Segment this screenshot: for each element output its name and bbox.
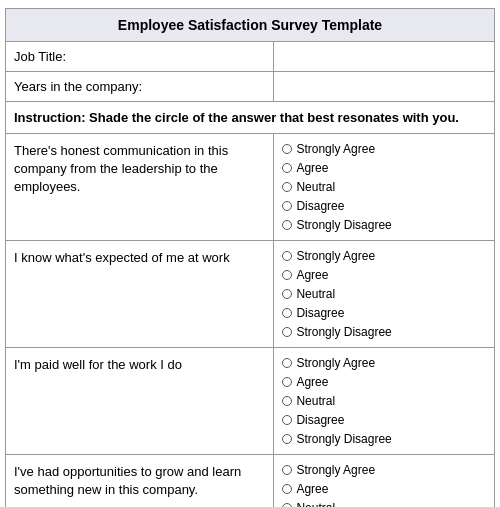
- option-item-0-1[interactable]: Agree: [282, 159, 486, 177]
- radio-circle-2-3[interactable]: [282, 415, 292, 425]
- question-text-0: There's honest communication in this com…: [6, 134, 274, 240]
- answer-options-2: Strongly AgreeAgreeNeutralDisagreeStrong…: [274, 348, 494, 454]
- option-item-0-2[interactable]: Neutral: [282, 178, 486, 196]
- radio-circle-1-2[interactable]: [282, 289, 292, 299]
- option-label-2-0: Strongly Agree: [296, 354, 375, 372]
- radio-circle-3-0[interactable]: [282, 465, 292, 475]
- option-label-0-3: Disagree: [296, 197, 344, 215]
- question-row-3: I've had opportunities to grow and learn…: [6, 455, 494, 507]
- option-item-3-1[interactable]: Agree: [282, 480, 486, 498]
- question-row-1: I know what's expected of me at workStro…: [6, 241, 494, 348]
- option-item-0-0[interactable]: Strongly Agree: [282, 140, 486, 158]
- survey-form: Employee Satisfaction Survey Template Jo…: [5, 8, 495, 507]
- job-title-value[interactable]: [274, 42, 494, 71]
- question-row-2: I'm paid well for the work I doStrongly …: [6, 348, 494, 455]
- answer-options-0: Strongly AgreeAgreeNeutralDisagreeStrong…: [274, 134, 494, 240]
- option-item-2-0[interactable]: Strongly Agree: [282, 354, 486, 372]
- radio-circle-3-2[interactable]: [282, 503, 292, 507]
- option-item-0-3[interactable]: Disagree: [282, 197, 486, 215]
- radio-circle-0-4[interactable]: [282, 220, 292, 230]
- years-row: Years in the company:: [6, 72, 494, 102]
- years-label: Years in the company:: [6, 72, 274, 101]
- option-label-1-2: Neutral: [296, 285, 335, 303]
- radio-circle-2-1[interactable]: [282, 377, 292, 387]
- option-item-2-2[interactable]: Neutral: [282, 392, 486, 410]
- instruction-text: Instruction: Shade the circle of the ans…: [6, 102, 494, 134]
- option-item-0-4[interactable]: Strongly Disagree: [282, 216, 486, 234]
- option-item-2-3[interactable]: Disagree: [282, 411, 486, 429]
- option-label-1-0: Strongly Agree: [296, 247, 375, 265]
- radio-circle-2-2[interactable]: [282, 396, 292, 406]
- radio-circle-0-2[interactable]: [282, 182, 292, 192]
- option-item-1-0[interactable]: Strongly Agree: [282, 247, 486, 265]
- option-item-2-4[interactable]: Strongly Disagree: [282, 430, 486, 448]
- years-value[interactable]: [274, 72, 494, 101]
- job-title-row: Job Title:: [6, 42, 494, 72]
- radio-circle-1-0[interactable]: [282, 251, 292, 261]
- radio-circle-2-4[interactable]: [282, 434, 292, 444]
- option-label-0-2: Neutral: [296, 178, 335, 196]
- questions-container: There's honest communication in this com…: [6, 134, 494, 507]
- answer-options-3: Strongly AgreeAgreeNeutralDisagreeStrong…: [274, 455, 494, 507]
- question-row-0: There's honest communication in this com…: [6, 134, 494, 241]
- option-label-2-2: Neutral: [296, 392, 335, 410]
- survey-title: Employee Satisfaction Survey Template: [6, 9, 494, 42]
- option-item-1-2[interactable]: Neutral: [282, 285, 486, 303]
- question-text-3: I've had opportunities to grow and learn…: [6, 455, 274, 507]
- radio-circle-2-0[interactable]: [282, 358, 292, 368]
- radio-circle-3-1[interactable]: [282, 484, 292, 494]
- option-label-2-3: Disagree: [296, 411, 344, 429]
- option-item-2-1[interactable]: Agree: [282, 373, 486, 391]
- radio-circle-1-3[interactable]: [282, 308, 292, 318]
- option-label-1-1: Agree: [296, 266, 328, 284]
- option-item-1-3[interactable]: Disagree: [282, 304, 486, 322]
- radio-circle-1-4[interactable]: [282, 327, 292, 337]
- answer-options-1: Strongly AgreeAgreeNeutralDisagreeStrong…: [274, 241, 494, 347]
- option-label-0-0: Strongly Agree: [296, 140, 375, 158]
- option-label-2-1: Agree: [296, 373, 328, 391]
- option-label-3-1: Agree: [296, 480, 328, 498]
- radio-circle-1-1[interactable]: [282, 270, 292, 280]
- option-item-3-0[interactable]: Strongly Agree: [282, 461, 486, 479]
- option-item-3-2[interactable]: Neutral: [282, 499, 486, 507]
- option-label-0-1: Agree: [296, 159, 328, 177]
- job-title-label: Job Title:: [6, 42, 274, 71]
- radio-circle-0-0[interactable]: [282, 144, 292, 154]
- option-label-0-4: Strongly Disagree: [296, 216, 391, 234]
- question-text-2: I'm paid well for the work I do: [6, 348, 274, 454]
- radio-circle-0-1[interactable]: [282, 163, 292, 173]
- question-text-1: I know what's expected of me at work: [6, 241, 274, 347]
- option-label-2-4: Strongly Disagree: [296, 430, 391, 448]
- option-item-1-4[interactable]: Strongly Disagree: [282, 323, 486, 341]
- option-label-3-2: Neutral: [296, 499, 335, 507]
- option-item-1-1[interactable]: Agree: [282, 266, 486, 284]
- option-label-1-3: Disagree: [296, 304, 344, 322]
- option-label-3-0: Strongly Agree: [296, 461, 375, 479]
- radio-circle-0-3[interactable]: [282, 201, 292, 211]
- option-label-1-4: Strongly Disagree: [296, 323, 391, 341]
